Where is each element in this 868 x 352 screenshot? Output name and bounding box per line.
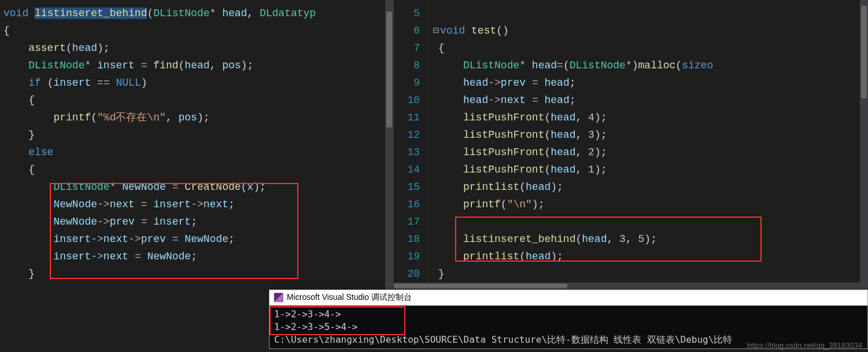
code-line[interactable]: listinseret_behind(head, 3, 5); xyxy=(432,230,868,248)
scrollbar-thumb[interactable] xyxy=(394,284,567,288)
code-line[interactable]: printf("\n"); xyxy=(432,196,868,213)
scrollbar-thumb[interactable] xyxy=(386,12,392,127)
code-line[interactable]: DListNode* NewNode = CreatNode(x); xyxy=(3,178,393,196)
right-editor-pane[interactable]: 56789101112131415161718192021 ⊟void test… xyxy=(393,0,868,289)
code-line[interactable]: listPushFront(head, 1); xyxy=(432,161,868,178)
code-line[interactable]: ⊟void test() xyxy=(432,22,868,39)
line-number: 13 xyxy=(397,144,420,161)
left-code-area[interactable]: void listinseret_behind(DListNode* head,… xyxy=(0,0,393,287)
code-line[interactable]: head->prev = head; xyxy=(432,74,868,91)
code-line[interactable]: printlist(head); xyxy=(432,178,868,196)
scrollbar-thumb[interactable] xyxy=(861,6,867,98)
visual-studio-icon xyxy=(274,293,283,302)
console-titlebar[interactable]: Microsoft Visual Studio 调试控制台 xyxy=(269,290,867,306)
code-line[interactable]: listPushFront(head, 3); xyxy=(432,126,868,144)
code-line[interactable]: } xyxy=(3,126,393,144)
code-line[interactable]: DListNode* insert = find(head, pos); xyxy=(3,57,393,74)
code-line[interactable]: } xyxy=(3,265,393,283)
line-number: 6 xyxy=(397,22,420,39)
code-line[interactable] xyxy=(432,213,868,230)
code-line[interactable]: if (insert == NULL) xyxy=(3,74,393,91)
code-line[interactable]: { xyxy=(3,22,393,39)
code-line[interactable]: DListNode* head=(DListNode*)malloc(sizeo xyxy=(432,57,868,74)
code-line[interactable]: listPushFront(head, 2); xyxy=(432,144,868,161)
line-number: 14 xyxy=(397,161,420,178)
code-line[interactable]: else xyxy=(3,144,393,161)
line-number: 8 xyxy=(397,57,420,74)
code-line[interactable]: printf("%d不存在\n", pos); xyxy=(3,109,393,126)
line-number-gutter: 56789101112131415161718192021 xyxy=(394,0,429,289)
line-number: 5 xyxy=(397,5,420,22)
right-code-area[interactable]: ⊟void test() { DListNode* head=(DListNod… xyxy=(429,0,868,289)
code-line[interactable] xyxy=(432,5,868,22)
line-number: 15 xyxy=(397,178,420,196)
code-line[interactable]: { xyxy=(3,91,393,109)
line-number: 20 xyxy=(397,265,420,283)
code-line[interactable]: listPushFront(head, 4); xyxy=(432,109,868,126)
line-number: 11 xyxy=(397,109,420,126)
code-line[interactable]: NewNode->prev = insert; xyxy=(3,213,393,230)
code-line[interactable]: head->next = head; xyxy=(432,91,868,109)
code-line[interactable]: insert->next->prev = NewNode; xyxy=(3,230,393,248)
line-number: 17 xyxy=(397,213,420,230)
console-title-text: Microsoft Visual Studio 调试控制台 xyxy=(287,292,412,303)
line-number: 16 xyxy=(397,196,420,213)
debug-console-window[interactable]: Microsoft Visual Studio 调试控制台 1->2->3->4… xyxy=(269,289,868,349)
code-line[interactable]: printlist(head); xyxy=(432,248,868,265)
line-number: 12 xyxy=(397,126,420,144)
right-horizontal-scrollbar[interactable] xyxy=(394,283,868,289)
code-line[interactable]: insert->next = NewNode; xyxy=(3,248,393,265)
line-number: 7 xyxy=(397,39,420,57)
code-line[interactable]: { xyxy=(3,161,393,178)
watermark-text: https://blog.csdn.net/qq_39183034 xyxy=(747,341,863,350)
line-number: 19 xyxy=(397,248,420,265)
line-number: 10 xyxy=(397,91,420,109)
code-line[interactable]: { xyxy=(432,39,868,57)
left-vertical-scrollbar[interactable] xyxy=(385,0,393,289)
line-number: 9 xyxy=(397,74,420,91)
left-editor-pane[interactable]: void listinseret_behind(DListNode* head,… xyxy=(0,0,393,289)
code-line[interactable]: NewNode->next = insert->next; xyxy=(3,196,393,213)
code-line[interactable]: void listinseret_behind(DListNode* head,… xyxy=(3,5,393,22)
code-line[interactable]: assert(head); xyxy=(3,39,393,57)
code-line[interactable]: } xyxy=(432,265,868,283)
line-number: 18 xyxy=(397,230,420,248)
editor-split-container: void listinseret_behind(DListNode* head,… xyxy=(0,0,868,289)
right-vertical-scrollbar[interactable] xyxy=(860,0,868,289)
